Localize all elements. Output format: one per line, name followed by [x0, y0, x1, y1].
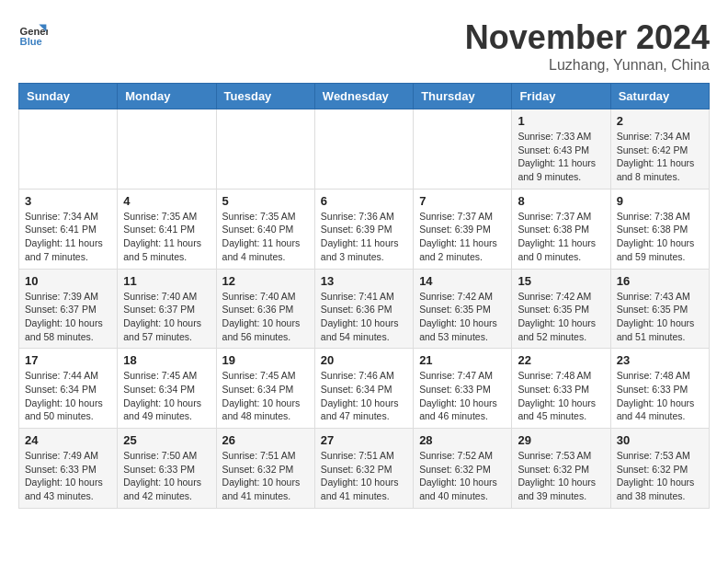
day-number: 16: [617, 274, 703, 288]
calendar-cell: 30Sunrise: 7:53 AMSunset: 6:32 PMDayligh…: [610, 429, 709, 509]
week-row-1: 1Sunrise: 7:33 AMSunset: 6:43 PMDaylight…: [19, 109, 710, 190]
calendar-cell: 24Sunrise: 7:49 AMSunset: 6:33 PMDayligh…: [19, 429, 118, 509]
day-number: 7: [419, 194, 506, 208]
day-number: 27: [321, 433, 407, 447]
day-number: 5: [222, 194, 309, 208]
day-number: 20: [321, 353, 407, 367]
calendar-cell: 3Sunrise: 7:34 AMSunset: 6:41 PMDaylight…: [19, 189, 118, 269]
calendar-cell: 27Sunrise: 7:51 AMSunset: 6:32 PMDayligh…: [314, 429, 413, 509]
day-info: Sunrise: 7:48 AMSunset: 6:33 PMDaylight:…: [518, 369, 604, 423]
calendar-cell: 12Sunrise: 7:40 AMSunset: 6:36 PMDayligh…: [216, 269, 314, 349]
calendar-cell: [19, 109, 118, 190]
day-info: Sunrise: 7:53 AMSunset: 6:32 PMDaylight:…: [617, 449, 703, 503]
location-subtitle: Luzhang, Yunnan, China: [465, 57, 710, 74]
calendar-cell: 7Sunrise: 7:37 AMSunset: 6:39 PMDaylight…: [414, 189, 512, 269]
day-info: Sunrise: 7:49 AMSunset: 6:33 PMDaylight:…: [25, 449, 111, 503]
day-info: Sunrise: 7:53 AMSunset: 6:32 PMDaylight:…: [518, 449, 604, 503]
calendar-cell: 29Sunrise: 7:53 AMSunset: 6:32 PMDayligh…: [512, 429, 610, 509]
day-info: Sunrise: 7:39 AMSunset: 6:37 PMDaylight:…: [25, 290, 111, 344]
week-row-2: 3Sunrise: 7:34 AMSunset: 6:41 PMDaylight…: [19, 189, 710, 269]
day-number: 12: [222, 274, 309, 288]
calendar-cell: 10Sunrise: 7:39 AMSunset: 6:37 PMDayligh…: [19, 269, 118, 349]
calendar-cell: 8Sunrise: 7:37 AMSunset: 6:38 PMDaylight…: [512, 189, 610, 269]
day-number: 23: [617, 353, 703, 367]
weekday-header-thursday: Thursday: [414, 84, 512, 109]
calendar-cell: 11Sunrise: 7:40 AMSunset: 6:37 PMDayligh…: [118, 269, 216, 349]
day-number: 15: [518, 274, 604, 288]
day-info: Sunrise: 7:43 AMSunset: 6:35 PMDaylight:…: [617, 290, 703, 344]
calendar-cell: 6Sunrise: 7:36 AMSunset: 6:39 PMDaylight…: [314, 189, 413, 269]
day-number: 4: [123, 194, 210, 208]
week-row-4: 17Sunrise: 7:44 AMSunset: 6:34 PMDayligh…: [19, 349, 710, 429]
day-info: Sunrise: 7:50 AMSunset: 6:33 PMDaylight:…: [123, 449, 210, 503]
calendar-cell: [216, 109, 314, 190]
day-info: Sunrise: 7:34 AMSunset: 6:42 PMDaylight:…: [617, 130, 703, 184]
calendar-cell: 18Sunrise: 7:45 AMSunset: 6:34 PMDayligh…: [118, 349, 216, 429]
calendar-cell: 14Sunrise: 7:42 AMSunset: 6:35 PMDayligh…: [414, 269, 512, 349]
day-info: Sunrise: 7:35 AMSunset: 6:40 PMDaylight:…: [222, 210, 309, 264]
weekday-header-saturday: Saturday: [610, 84, 709, 109]
calendar-cell: 19Sunrise: 7:45 AMSunset: 6:34 PMDayligh…: [216, 349, 314, 429]
calendar-table: SundayMondayTuesdayWednesdayThursdayFrid…: [18, 83, 710, 509]
day-number: 8: [518, 194, 604, 208]
day-info: Sunrise: 7:51 AMSunset: 6:32 PMDaylight:…: [222, 449, 309, 503]
weekday-header-tuesday: Tuesday: [216, 84, 314, 109]
day-number: 24: [25, 433, 111, 447]
day-info: Sunrise: 7:38 AMSunset: 6:38 PMDaylight:…: [617, 210, 703, 264]
weekday-header-wednesday: Wednesday: [314, 84, 413, 109]
day-number: 13: [321, 274, 407, 288]
day-number: 19: [222, 353, 309, 367]
day-info: Sunrise: 7:44 AMSunset: 6:34 PMDaylight:…: [25, 369, 111, 423]
weekday-header-friday: Friday: [512, 84, 610, 109]
month-title: November 2024: [465, 18, 710, 57]
title-block: November 2024 Luzhang, Yunnan, China: [465, 18, 710, 74]
day-number: 29: [518, 433, 604, 447]
day-number: 18: [123, 353, 210, 367]
calendar-cell: 5Sunrise: 7:35 AMSunset: 6:40 PMDaylight…: [216, 189, 314, 269]
calendar-cell: 13Sunrise: 7:41 AMSunset: 6:36 PMDayligh…: [314, 269, 413, 349]
day-info: Sunrise: 7:48 AMSunset: 6:33 PMDaylight:…: [617, 369, 703, 423]
weekday-header-monday: Monday: [118, 84, 216, 109]
day-info: Sunrise: 7:52 AMSunset: 6:32 PMDaylight:…: [419, 449, 506, 503]
page-header: General Blue November 2024 Luzhang, Yunn…: [18, 18, 710, 74]
calendar-cell: 23Sunrise: 7:48 AMSunset: 6:33 PMDayligh…: [610, 349, 709, 429]
day-info: Sunrise: 7:42 AMSunset: 6:35 PMDaylight:…: [518, 290, 604, 344]
calendar-body: 1Sunrise: 7:33 AMSunset: 6:43 PMDaylight…: [19, 109, 710, 509]
calendar-cell: 22Sunrise: 7:48 AMSunset: 6:33 PMDayligh…: [512, 349, 610, 429]
calendar-cell: 9Sunrise: 7:38 AMSunset: 6:38 PMDaylight…: [610, 189, 709, 269]
day-number: 2: [617, 114, 703, 128]
day-number: 14: [419, 274, 506, 288]
day-number: 26: [222, 433, 309, 447]
day-number: 21: [419, 353, 506, 367]
day-info: Sunrise: 7:45 AMSunset: 6:34 PMDaylight:…: [123, 369, 210, 423]
day-info: Sunrise: 7:41 AMSunset: 6:36 PMDaylight:…: [321, 290, 407, 344]
day-info: Sunrise: 7:33 AMSunset: 6:43 PMDaylight:…: [518, 130, 604, 184]
day-number: 6: [321, 194, 407, 208]
calendar-cell: 15Sunrise: 7:42 AMSunset: 6:35 PMDayligh…: [512, 269, 610, 349]
day-info: Sunrise: 7:37 AMSunset: 6:39 PMDaylight:…: [419, 210, 506, 264]
day-number: 25: [123, 433, 210, 447]
svg-text:Blue: Blue: [20, 36, 42, 47]
calendar-cell: 26Sunrise: 7:51 AMSunset: 6:32 PMDayligh…: [216, 429, 314, 509]
weekday-header-sunday: Sunday: [19, 84, 118, 109]
week-row-5: 24Sunrise: 7:49 AMSunset: 6:33 PMDayligh…: [19, 429, 710, 509]
day-number: 17: [25, 353, 111, 367]
day-number: 28: [419, 433, 506, 447]
day-number: 3: [25, 194, 111, 208]
day-number: 22: [518, 353, 604, 367]
calendar-cell: [314, 109, 413, 190]
day-info: Sunrise: 7:45 AMSunset: 6:34 PMDaylight:…: [222, 369, 309, 423]
calendar-cell: 1Sunrise: 7:33 AMSunset: 6:43 PMDaylight…: [512, 109, 610, 190]
weekday-header-row: SundayMondayTuesdayWednesdayThursdayFrid…: [19, 84, 710, 109]
calendar-cell: 21Sunrise: 7:47 AMSunset: 6:33 PMDayligh…: [414, 349, 512, 429]
day-info: Sunrise: 7:40 AMSunset: 6:36 PMDaylight:…: [222, 290, 309, 344]
day-info: Sunrise: 7:34 AMSunset: 6:41 PMDaylight:…: [25, 210, 111, 264]
logo: General Blue: [18, 18, 48, 48]
day-info: Sunrise: 7:35 AMSunset: 6:41 PMDaylight:…: [123, 210, 210, 264]
calendar-cell: 25Sunrise: 7:50 AMSunset: 6:33 PMDayligh…: [118, 429, 216, 509]
week-row-3: 10Sunrise: 7:39 AMSunset: 6:37 PMDayligh…: [19, 269, 710, 349]
day-info: Sunrise: 7:36 AMSunset: 6:39 PMDaylight:…: [321, 210, 407, 264]
day-info: Sunrise: 7:37 AMSunset: 6:38 PMDaylight:…: [518, 210, 604, 264]
day-number: 1: [518, 114, 604, 128]
day-info: Sunrise: 7:46 AMSunset: 6:34 PMDaylight:…: [321, 369, 407, 423]
